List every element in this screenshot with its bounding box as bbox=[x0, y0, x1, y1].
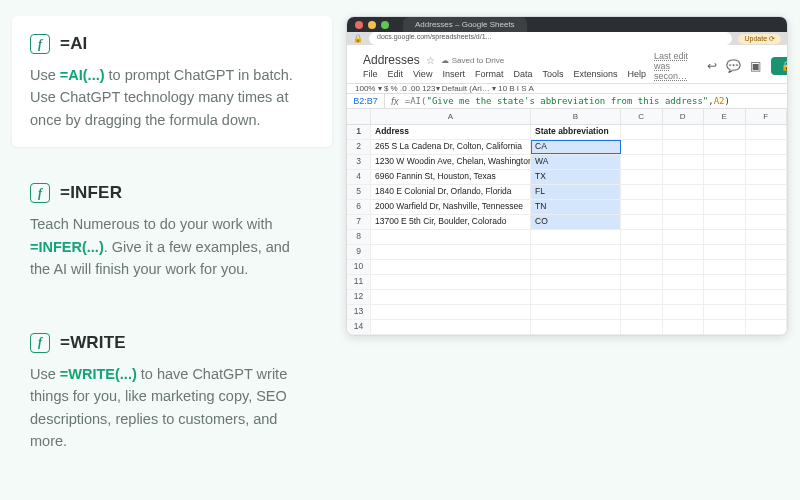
cell[interactable] bbox=[371, 335, 531, 336]
cell[interactable]: TN bbox=[531, 200, 621, 214]
formula-input[interactable]: =AI("Give me the state's abbreviation fr… bbox=[405, 96, 730, 106]
cell[interactable] bbox=[704, 260, 746, 274]
browser-tab[interactable]: Addresses – Google Sheets bbox=[403, 17, 527, 32]
row-header[interactable]: 10 bbox=[347, 260, 371, 274]
share-button[interactable]: 🔒 Share bbox=[771, 57, 788, 75]
col-header[interactable]: E bbox=[704, 109, 746, 124]
cell[interactable] bbox=[371, 245, 531, 259]
cell[interactable] bbox=[621, 335, 663, 336]
window-controls[interactable] bbox=[355, 21, 389, 29]
cell[interactable] bbox=[746, 245, 788, 259]
cell[interactable] bbox=[704, 185, 746, 199]
cell[interactable] bbox=[663, 185, 705, 199]
cell[interactable]: 6960 Fannin St, Houston, Texas bbox=[371, 170, 531, 184]
row-header[interactable]: 13 bbox=[347, 305, 371, 319]
cell[interactable] bbox=[663, 305, 705, 319]
cell[interactable] bbox=[746, 305, 788, 319]
cell[interactable]: State abbreviation bbox=[531, 125, 621, 139]
row-header[interactable]: 12 bbox=[347, 290, 371, 304]
cell[interactable] bbox=[746, 290, 788, 304]
cell[interactable] bbox=[663, 230, 705, 244]
cell[interactable]: Address bbox=[371, 125, 531, 139]
cell[interactable] bbox=[663, 200, 705, 214]
cell[interactable] bbox=[746, 320, 788, 334]
cell[interactable] bbox=[663, 215, 705, 229]
cell[interactable] bbox=[704, 215, 746, 229]
cell[interactable] bbox=[704, 170, 746, 184]
cell[interactable] bbox=[621, 125, 663, 139]
cell[interactable] bbox=[371, 290, 531, 304]
cell[interactable] bbox=[621, 245, 663, 259]
menu-view[interactable]: View bbox=[413, 69, 432, 79]
cell[interactable]: CO bbox=[531, 215, 621, 229]
row-header[interactable]: 14 bbox=[347, 320, 371, 334]
cell[interactable] bbox=[704, 245, 746, 259]
row-header[interactable]: 8 bbox=[347, 230, 371, 244]
menu-insert[interactable]: Insert bbox=[442, 69, 465, 79]
cell[interactable]: 1840 E Colonial Dr, Orlando, Florida bbox=[371, 185, 531, 199]
cell[interactable] bbox=[621, 185, 663, 199]
cell[interactable]: FL bbox=[531, 185, 621, 199]
cell[interactable]: 265 S La Cadena Dr, Colton, California bbox=[371, 140, 531, 154]
cell[interactable] bbox=[746, 170, 788, 184]
cell[interactable]: TX bbox=[531, 170, 621, 184]
menu-tools[interactable]: Tools bbox=[542, 69, 563, 79]
cell[interactable] bbox=[371, 260, 531, 274]
cell[interactable] bbox=[704, 275, 746, 289]
comment-icon[interactable]: 💬 bbox=[726, 59, 741, 73]
col-header[interactable]: A bbox=[371, 109, 531, 124]
cell[interactable] bbox=[663, 335, 705, 336]
menu-format[interactable]: Format bbox=[475, 69, 504, 79]
row-header[interactable]: 11 bbox=[347, 275, 371, 289]
cell[interactable] bbox=[746, 185, 788, 199]
row-header[interactable]: 5 bbox=[347, 185, 371, 199]
cell[interactable] bbox=[704, 200, 746, 214]
cell[interactable] bbox=[746, 230, 788, 244]
cell[interactable] bbox=[621, 275, 663, 289]
cell[interactable] bbox=[621, 200, 663, 214]
col-header[interactable]: B bbox=[531, 109, 621, 124]
cell[interactable] bbox=[746, 335, 788, 336]
row-header[interactable]: 3 bbox=[347, 155, 371, 169]
row-header[interactable]: 1 bbox=[347, 125, 371, 139]
grid[interactable]: 1AddressState abbreviation2265 S La Cade… bbox=[347, 125, 787, 336]
cell[interactable] bbox=[663, 140, 705, 154]
doc-title[interactable]: Addresses bbox=[363, 53, 420, 67]
col-header[interactable]: D bbox=[663, 109, 705, 124]
toolbar[interactable]: 100% ▾ $ % .0 .00 123▾ Default (Ari… ▾ 1… bbox=[347, 83, 787, 94]
cell[interactable] bbox=[371, 230, 531, 244]
menu-extensions[interactable]: Extensions bbox=[573, 69, 617, 79]
cell[interactable] bbox=[621, 260, 663, 274]
menu-data[interactable]: Data bbox=[513, 69, 532, 79]
cell[interactable] bbox=[663, 245, 705, 259]
cell[interactable] bbox=[704, 155, 746, 169]
cell[interactable] bbox=[746, 260, 788, 274]
cell[interactable] bbox=[746, 140, 788, 154]
cell[interactable] bbox=[621, 155, 663, 169]
cell[interactable] bbox=[621, 230, 663, 244]
row-header[interactable]: 4 bbox=[347, 170, 371, 184]
menu-file[interactable]: File bbox=[363, 69, 378, 79]
cell[interactable] bbox=[621, 215, 663, 229]
cell[interactable] bbox=[531, 230, 621, 244]
menu-edit[interactable]: Edit bbox=[388, 69, 404, 79]
cell[interactable]: 1230 W Woodin Ave, Chelan, Washington bbox=[371, 155, 531, 169]
cell[interactable] bbox=[663, 290, 705, 304]
update-pill[interactable]: Update ⟳ bbox=[738, 34, 781, 44]
cell[interactable] bbox=[531, 305, 621, 319]
cell[interactable] bbox=[621, 320, 663, 334]
cell[interactable] bbox=[371, 275, 531, 289]
cell[interactable] bbox=[371, 320, 531, 334]
cell[interactable] bbox=[531, 320, 621, 334]
cell[interactable] bbox=[531, 290, 621, 304]
cell[interactable] bbox=[704, 230, 746, 244]
cell[interactable] bbox=[746, 215, 788, 229]
history-icon[interactable]: ↩ bbox=[707, 59, 717, 73]
cell[interactable] bbox=[663, 155, 705, 169]
menu-help[interactable]: Help bbox=[627, 69, 646, 79]
cell[interactable] bbox=[704, 305, 746, 319]
cell[interactable]: WA bbox=[531, 155, 621, 169]
cell[interactable] bbox=[746, 155, 788, 169]
cell[interactable] bbox=[746, 200, 788, 214]
row-header[interactable]: 2 bbox=[347, 140, 371, 154]
